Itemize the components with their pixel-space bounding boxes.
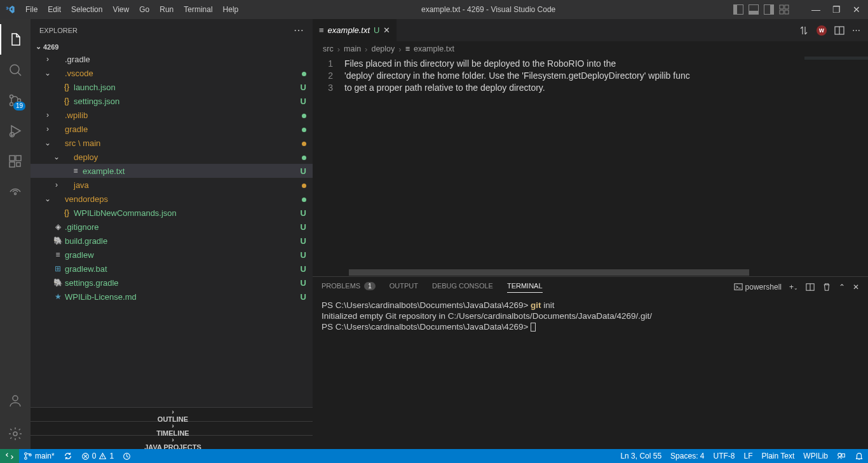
maximize-panel-icon[interactable]: ⌃: [839, 283, 845, 292]
toggle-panel-icon[interactable]: [749, 4, 759, 15]
status-sync[interactable]: [59, 449, 77, 463]
project-root[interactable]: ⌄ 4269: [31, 41, 313, 52]
menu-go[interactable]: Go: [134, 5, 154, 14]
outline-panel[interactable]: ›OUTLINE: [31, 407, 313, 421]
status-problems[interactable]: 0 1: [77, 449, 118, 463]
window-close[interactable]: ✕: [850, 4, 863, 15]
svg-point-13: [15, 193, 17, 195]
file-icon: ≡: [52, 250, 64, 259]
timeline-panel[interactable]: ›TIMELINE: [31, 421, 313, 435]
activity-search[interactable]: [0, 55, 31, 85]
status-eol[interactable]: LF: [739, 452, 757, 460]
terminal-content[interactable]: PS C:\Users\cardinalbots\Documents\JavaD…: [313, 297, 868, 449]
status-indentation[interactable]: Spaces: 4: [666, 452, 709, 460]
menu-view[interactable]: View: [107, 5, 134, 14]
tree-item-vendordeps[interactable]: ⌄vendordeps: [31, 192, 313, 206]
split-terminal-icon[interactable]: [806, 283, 815, 292]
breadcrumb-src[interactable]: src: [323, 44, 334, 53]
tree-item-launch-json[interactable]: {}launch.jsonU: [31, 80, 313, 94]
file-icon: ⊞: [52, 264, 64, 273]
tree-item-gradlew[interactable]: ≡gradlewU: [31, 248, 313, 262]
panel-tab-debug-console[interactable]: DEBUG CONSOLE: [432, 282, 493, 292]
menu-selection[interactable]: Selection: [66, 5, 107, 14]
tree-item-settings-json[interactable]: {}settings.jsonU: [31, 94, 313, 108]
breadcrumb-deploy[interactable]: deploy: [371, 44, 395, 53]
status-feedback-icon[interactable]: [832, 452, 850, 460]
tree-item-settings-gradle[interactable]: 🐘settings.gradleU: [31, 276, 313, 290]
tab-example-txt[interactable]: ≡ example.txt U ✕: [313, 19, 397, 41]
activity-explorer[interactable]: [0, 24, 31, 55]
tree-item-label: WPILib-License.md: [65, 292, 297, 302]
tree-item--gitignore[interactable]: ◈.gitignoreU: [31, 220, 313, 234]
tree-item--gradle[interactable]: ›.gradle: [31, 52, 313, 66]
activity-source-control[interactable]: 19: [0, 85, 31, 116]
status-cursor-position[interactable]: Ln 3, Col 55: [616, 452, 666, 460]
svg-rect-3: [785, 10, 789, 14]
wpilib-icon[interactable]: w: [817, 25, 827, 36]
terminal-launch-profile[interactable]: powershell: [734, 283, 782, 292]
status-wpilib[interactable]: WPILib: [799, 452, 832, 460]
tree-item-gradle[interactable]: ›gradle: [31, 122, 313, 136]
window-minimize[interactable]: —: [810, 4, 822, 15]
split-editor-icon[interactable]: [834, 25, 844, 36]
new-terminal-icon[interactable]: +⌄: [789, 283, 798, 292]
menu-terminal[interactable]: Terminal: [179, 5, 217, 14]
file-icon: {}: [61, 208, 72, 217]
close-panel-icon[interactable]: ✕: [853, 283, 859, 292]
activity-settings[interactable]: [0, 419, 31, 449]
tree-item--vscode[interactable]: ⌄.vscode: [31, 66, 313, 80]
toggle-primary-sidebar-icon[interactable]: [733, 4, 743, 15]
horizontal-scrollbar[interactable]: [342, 269, 868, 276]
git-decoration: U: [297, 278, 306, 288]
sidebar-more-icon[interactable]: ⋯: [294, 24, 304, 36]
menu-edit[interactable]: Edit: [43, 5, 66, 14]
remote-indicator[interactable]: [0, 449, 19, 463]
status-port[interactable]: [118, 449, 135, 463]
tree-item-example-txt[interactable]: ≡example.txtU: [31, 164, 313, 178]
status-language[interactable]: Plain Text: [757, 452, 799, 460]
activity-extensions[interactable]: [0, 146, 31, 177]
git-decoration: [297, 69, 306, 78]
more-actions-icon[interactable]: ⋯: [852, 25, 860, 35]
breadcrumb-file[interactable]: example.txt: [414, 44, 454, 53]
editor-content[interactable]: Files placed in this directory will be d…: [344, 57, 804, 276]
menu-help[interactable]: Help: [218, 5, 244, 14]
activity-accounts[interactable]: [0, 386, 31, 416]
toggle-secondary-sidebar-icon[interactable]: [764, 4, 774, 15]
tree-item-deploy[interactable]: ⌄deploy: [31, 150, 313, 164]
customize-layout-icon[interactable]: [779, 4, 789, 15]
tab-close-icon[interactable]: ✕: [383, 25, 390, 35]
titlebar: File Edit Selection View Go Run Terminal…: [0, 0, 868, 19]
tree-item--wpilib[interactable]: ›.wpilib: [31, 108, 313, 122]
tree-item-java[interactable]: ›java: [31, 178, 313, 192]
kill-terminal-icon[interactable]: [822, 283, 831, 292]
tree-item-gradlew-bat[interactable]: ⊞gradlew.batU: [31, 262, 313, 276]
menu-bar: File Edit Selection View Go Run Terminal…: [20, 5, 243, 14]
breadcrumb-main[interactable]: main: [344, 44, 361, 53]
git-decoration: U: [297, 83, 306, 92]
menu-run[interactable]: Run: [154, 5, 179, 14]
panel-tab-terminal[interactable]: TERMINAL: [507, 282, 543, 293]
window-restore[interactable]: ❐: [830, 4, 843, 15]
java-projects-panel[interactable]: ›JAVA PROJECTS: [31, 435, 313, 449]
breadcrumbs[interactable]: src› main› deploy› ≡ example.txt: [313, 41, 868, 57]
panel-tab-problems[interactable]: PROBLEMS 1: [322, 282, 376, 293]
git-decoration: [297, 194, 306, 204]
tree-item-wpilib-license-md[interactable]: ★WPILib-License.mdU: [31, 290, 313, 304]
chevron-down-icon: ⌄: [33, 43, 43, 51]
status-notifications-icon[interactable]: [850, 452, 868, 460]
status-encoding[interactable]: UTF-8: [709, 452, 739, 460]
svg-rect-0: [780, 5, 783, 9]
compare-changes-icon[interactable]: [799, 25, 809, 36]
minimap[interactable]: [804, 57, 868, 276]
panel-tab-output[interactable]: OUTPUT: [390, 282, 418, 292]
activity-run-debug[interactable]: [0, 116, 31, 146]
tree-item-build-gradle[interactable]: 🐘build.gradleU: [31, 234, 313, 248]
menu-file[interactable]: File: [20, 5, 43, 14]
editor-body[interactable]: 123 Files placed in this directory will …: [313, 57, 868, 276]
tree-item-src-main[interactable]: ⌄src \ main: [31, 136, 313, 150]
tree-item-wpilibnewcommands-json[interactable]: {}WPILibNewCommands.jsonU: [31, 206, 313, 220]
activity-share[interactable]: [0, 177, 31, 207]
tree-item-label: .gradle: [65, 55, 297, 64]
status-branch[interactable]: main*: [19, 449, 59, 463]
